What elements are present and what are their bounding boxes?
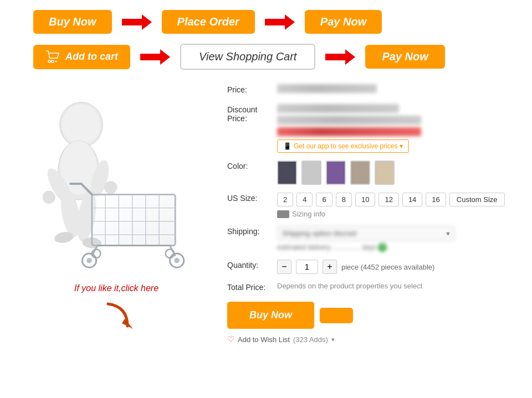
help-icon[interactable]: ? <box>378 243 387 252</box>
total-price-row: Total Price: Depends on the product prop… <box>227 282 510 292</box>
svg-marker-0 <box>122 14 152 30</box>
color-swatch-1[interactable] <box>301 161 321 185</box>
svg-marker-4 <box>140 49 170 65</box>
quantity-available: piece (4452 pieces available) <box>341 263 434 271</box>
color-swatch-0[interactable] <box>277 161 297 185</box>
size-value: 2 4 6 8 10 12 14 16 Custom Size Sizing i… <box>277 193 510 218</box>
svg-point-7 <box>62 104 101 145</box>
size-btn-10[interactable]: 10 <box>355 193 375 206</box>
wish-list-row[interactable]: ♡ Add to Wish List (323 Adds) ▾ <box>227 334 510 344</box>
quantity-input[interactable] <box>296 260 318 274</box>
sizing-icon <box>277 210 289 218</box>
shipping-label: Shipping: <box>227 226 277 236</box>
cart-icon <box>45 50 61 64</box>
heart-icon: ♡ <box>227 334 234 344</box>
size-btn-8[interactable]: 8 <box>336 193 352 206</box>
app-exclusive-btn[interactable]: 📱 Get our app to see exclusive prices ▾ <box>277 139 409 153</box>
arrow-1 <box>122 13 152 31</box>
price-row: Price: <box>227 84 510 96</box>
quantity-label: Quantity: <box>227 260 277 270</box>
svg-marker-5 <box>325 49 355 65</box>
size-btn-12[interactable]: 12 <box>378 193 398 206</box>
wish-list-label: Add to Wish List <box>238 335 290 344</box>
svg-marker-1 <box>265 14 295 30</box>
person-cart-illustration <box>25 95 191 272</box>
size-btn-4[interactable]: 4 <box>296 193 313 206</box>
color-swatch-3[interactable] <box>350 161 370 185</box>
chevron-down-icon: ▾ <box>400 142 403 150</box>
svg-point-35 <box>166 249 175 258</box>
color-swatches <box>277 161 395 185</box>
place-order-top-btn[interactable]: Place Order <box>162 10 255 34</box>
svg-point-31 <box>86 258 92 263</box>
svg-point-33 <box>174 258 180 263</box>
arrow-down <box>22 296 211 334</box>
wish-chevron-icon: ▾ <box>331 336 335 343</box>
svg-point-2 <box>50 60 52 62</box>
total-label: Total Price: <box>227 282 277 292</box>
price-label: Price: <box>227 84 277 94</box>
quantity-row: Quantity: − + piece (4452 pieces availab… <box>227 260 510 274</box>
shipping-value: Shipping option blurred ▼ estimated deli… <box>277 226 510 252</box>
shipping-days: estimated delivery ............... days … <box>277 243 510 252</box>
size-btn-6[interactable]: 6 <box>316 193 332 206</box>
cart-figure <box>22 90 194 278</box>
price-value <box>277 84 510 96</box>
quantity-decrease-btn[interactable]: − <box>277 260 291 274</box>
svg-rect-36 <box>93 195 174 244</box>
main-content: If you like it,click here Price: Discoun… <box>0 79 532 355</box>
quantity-control: − + piece (4452 pieces available) <box>277 260 434 274</box>
arrow-2 <box>265 13 295 31</box>
pay-now-top-btn[interactable]: Pay Now <box>305 10 382 34</box>
discount-label: Discount Price: <box>227 104 277 123</box>
sizing-info[interactable]: Sizing info <box>277 210 510 218</box>
arrow-3 <box>140 48 170 66</box>
second-flow-bar: Add to cart View Shopping Cart Pay Now <box>0 44 532 79</box>
add-to-cart-bottom-btn[interactable] <box>320 308 353 323</box>
bottom-action-buttons: Buy Now <box>227 302 510 329</box>
svg-point-12 <box>43 191 55 204</box>
view-shopping-cart-btn[interactable]: View Shopping Cart <box>180 44 315 70</box>
buy-now-bottom-btn[interactable]: Buy Now <box>227 302 314 329</box>
discount-value: 📱 Get our app to see exclusive prices ▾ <box>277 104 510 153</box>
color-label: Color: <box>227 161 277 170</box>
add-to-cart-flow-btn[interactable]: Add to cart <box>33 45 130 69</box>
discount-price-row: Discount Price: 📱 Get our app to see exc… <box>227 104 510 153</box>
arrow-4 <box>325 48 355 66</box>
pay-now-flow-btn[interactable]: Pay Now <box>365 45 444 69</box>
color-swatch-4[interactable] <box>375 161 395 185</box>
total-value: Depends on the product properties you se… <box>277 282 422 290</box>
shipping-select[interactable]: Shipping option blurred <box>277 226 454 241</box>
wish-count: (323 Adds) <box>293 335 328 344</box>
size-label: US Size: <box>227 193 277 203</box>
top-flow-bar: Buy Now Place Order Pay Now <box>0 0 532 44</box>
color-row: Color: <box>227 161 510 185</box>
svg-point-3 <box>55 60 57 62</box>
size-buttons: 2 4 6 8 10 12 14 16 Custom Size <box>277 193 510 206</box>
right-panel: Price: Discount Price: 📱 Get our app to … <box>222 84 510 344</box>
buy-now-top-btn[interactable]: Buy Now <box>33 10 112 34</box>
click-here-text: If you like it,click here <box>22 283 211 293</box>
shipping-row: Shipping: Shipping option blurred ▼ esti… <box>227 226 510 252</box>
shipping-wrapper: Shipping option blurred ▼ <box>277 226 454 241</box>
svg-point-13 <box>104 181 117 194</box>
color-swatch-2[interactable] <box>326 161 346 185</box>
left-panel: If you like it,click here <box>22 84 211 344</box>
size-btn-16[interactable]: 16 <box>426 193 446 206</box>
size-btn-2[interactable]: 2 <box>277 193 293 206</box>
size-row: US Size: 2 4 6 8 10 12 14 16 Custom Size… <box>227 193 510 218</box>
quantity-increase-btn[interactable]: + <box>323 260 337 274</box>
size-btn-14[interactable]: 14 <box>402 193 422 206</box>
custom-size-btn[interactable]: Custom Size <box>449 193 505 206</box>
app-icon: 📱 <box>283 142 291 150</box>
